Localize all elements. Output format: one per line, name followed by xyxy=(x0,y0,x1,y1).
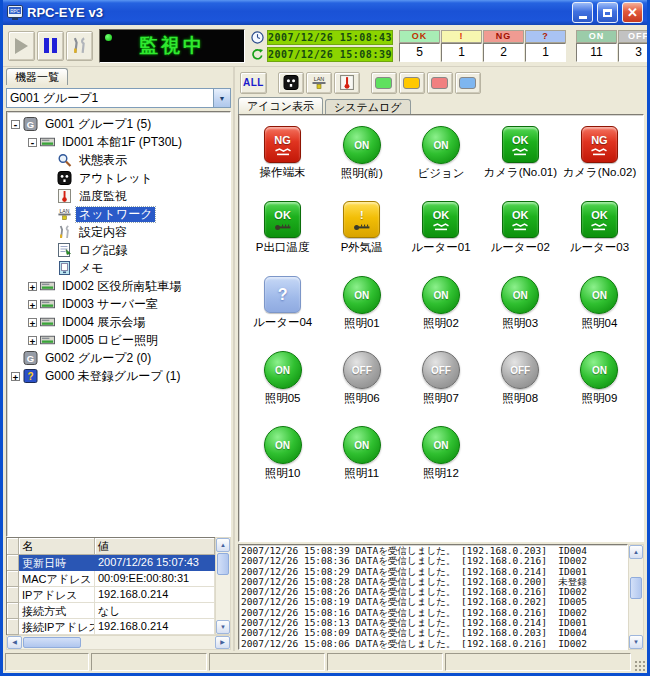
properties-hscroll[interactable]: ◀ ▶ xyxy=(6,635,231,650)
tree-item-label[interactable]: 状態表示 xyxy=(76,153,130,168)
device-status-on-icon[interactable]: ON xyxy=(580,351,618,389)
device-status-on-icon[interactable]: ON xyxy=(264,351,302,389)
scroll-thumb[interactable] xyxy=(217,553,229,575)
tree-item-label[interactable]: メモ xyxy=(76,261,107,276)
tree-item-label[interactable]: ネットワーク xyxy=(76,207,155,222)
tree-item[interactable]: +ID002 区役所南駐車場 xyxy=(8,277,230,295)
tab-system-log[interactable]: システムログ xyxy=(325,99,411,114)
device-status-warn-icon[interactable]: ! xyxy=(343,201,380,238)
tab-device-list[interactable]: 機器一覧 xyxy=(6,68,68,85)
tree-item-label[interactable]: G002 グループ2 (0) xyxy=(42,351,154,366)
tree-item[interactable]: 状態表示 xyxy=(8,151,230,169)
tree-item-label[interactable]: ID001 本館1F (PT30L) xyxy=(59,135,185,150)
expand-icon[interactable]: + xyxy=(28,318,37,327)
device-status-on-icon[interactable]: ON xyxy=(422,276,460,314)
tree-item-label[interactable]: ID003 サーバー室 xyxy=(59,297,161,312)
close-button[interactable]: ✕ xyxy=(622,2,643,23)
resize-grip[interactable] xyxy=(633,659,646,672)
device-status-on-icon[interactable]: ON xyxy=(501,276,539,314)
scroll-up-icon[interactable]: ▲ xyxy=(216,538,230,552)
expand-icon[interactable]: + xyxy=(28,300,37,309)
scroll-track[interactable] xyxy=(629,600,643,635)
scroll-track[interactable] xyxy=(82,636,215,649)
tree-item[interactable]: メモ xyxy=(8,259,230,277)
tree-item[interactable]: -GG001 グループ1 (5) xyxy=(8,115,230,133)
device-status-unknown-icon[interactable]: ? xyxy=(264,276,301,313)
scroll-right-icon[interactable]: ▶ xyxy=(215,636,230,649)
device-status-off-icon[interactable]: OFF xyxy=(501,351,539,389)
expand-icon[interactable]: + xyxy=(28,336,37,345)
settings-button[interactable] xyxy=(66,31,93,61)
collapse-icon[interactable]: - xyxy=(28,138,37,147)
device-status-ng-icon[interactable]: NG xyxy=(581,126,618,163)
tree-item[interactable]: +ID003 サーバー室 xyxy=(8,295,230,313)
column-header-value[interactable]: 値 xyxy=(95,538,215,555)
device-status-on-icon[interactable]: ON xyxy=(264,426,302,464)
tree-item-label[interactable]: 設定内容 xyxy=(76,225,130,240)
device-status-ok-icon[interactable]: OK xyxy=(264,201,301,238)
maximize-button[interactable] xyxy=(597,2,618,23)
filter-outlet-button[interactable] xyxy=(278,72,304,94)
scroll-thumb[interactable] xyxy=(630,577,642,599)
tree-item[interactable]: 温度監視 xyxy=(8,187,230,205)
scroll-track[interactable] xyxy=(216,576,230,620)
tree-item[interactable]: LANネットワーク xyxy=(8,205,230,223)
tree-item-label[interactable]: ID004 展示会場 xyxy=(59,315,148,330)
tree-item-label[interactable]: 温度監視 xyxy=(76,189,130,204)
tree-item[interactable]: -ID001 本館1F (PT30L) xyxy=(8,133,230,151)
device-status-ng-icon[interactable]: NG xyxy=(264,126,301,163)
log-vscroll[interactable]: ▲ ▼ xyxy=(628,544,644,650)
device-status-on-icon[interactable]: ON xyxy=(343,426,381,464)
filter-green-button[interactable] xyxy=(371,72,397,94)
tree-item-label[interactable]: ID002 区役所南駐車場 xyxy=(59,279,184,294)
device-status-off-icon[interactable]: OFF xyxy=(422,351,460,389)
filter-yellow-button[interactable] xyxy=(399,72,425,94)
tree-item[interactable]: アウトレット xyxy=(8,169,230,187)
property-row[interactable]: IPアドレス192.168.0.214 xyxy=(7,587,215,603)
property-row[interactable]: MACアドレス00:09:EE:00:80:31 xyxy=(7,571,215,587)
tree-item-label[interactable]: G000 未登録グループ (1) xyxy=(42,369,184,384)
filter-red-button[interactable] xyxy=(427,72,453,94)
device-status-on-icon[interactable]: ON xyxy=(422,426,460,464)
device-status-off-icon[interactable]: OFF xyxy=(343,351,381,389)
device-status-on-icon[interactable]: ON xyxy=(343,276,381,314)
column-header-name[interactable]: 名 xyxy=(19,538,95,555)
device-status-ok-icon[interactable]: OK xyxy=(581,201,618,238)
minimize-button[interactable] xyxy=(572,2,593,23)
tree-item[interactable]: GG002 グループ2 (0) xyxy=(8,349,230,367)
filter-temperature-button[interactable] xyxy=(334,72,360,94)
start-monitor-button[interactable] xyxy=(8,31,35,61)
scroll-up-icon[interactable]: ▲ xyxy=(629,545,643,559)
scroll-down-icon[interactable]: ▼ xyxy=(629,635,643,649)
tree-item-label[interactable]: G001 グループ1 (5) xyxy=(42,117,154,132)
tree-item-label[interactable]: ID005 ロビー照明 xyxy=(59,333,161,348)
scroll-left-icon[interactable]: ◀ xyxy=(7,636,22,649)
device-status-on-icon[interactable]: ON xyxy=(580,276,618,314)
group-select[interactable]: G001 グループ1 ▼ xyxy=(6,88,231,108)
tree-item-label[interactable]: アウトレット xyxy=(76,171,156,186)
expand-icon[interactable]: + xyxy=(28,282,37,291)
filter-network-button[interactable]: LAN xyxy=(306,72,332,94)
device-status-on-icon[interactable]: ON xyxy=(343,126,381,164)
tree-item[interactable]: +ID004 展示会場 xyxy=(8,313,230,331)
chevron-down-icon[interactable]: ▼ xyxy=(213,89,230,107)
device-status-ok-icon[interactable]: OK xyxy=(502,201,539,238)
scroll-thumb[interactable] xyxy=(23,637,81,648)
show-all-button[interactable]: ALL xyxy=(240,72,267,94)
tree-item[interactable]: +ID005 ロビー照明 xyxy=(8,331,230,349)
device-status-on-icon[interactable]: ON xyxy=(422,126,460,164)
filter-blue-button[interactable] xyxy=(455,72,481,94)
device-status-ok-icon[interactable]: OK xyxy=(502,126,539,163)
tree-item[interactable]: ログ記録 xyxy=(8,241,230,259)
property-row[interactable]: 接続IPアドレス192.168.0.214 xyxy=(7,619,215,635)
expand-icon[interactable]: + xyxy=(11,372,20,381)
properties-vscroll[interactable]: ▲ ▼ xyxy=(215,537,231,635)
collapse-icon[interactable]: - xyxy=(11,120,20,129)
tree-item[interactable]: 設定内容 xyxy=(8,223,230,241)
pause-monitor-button[interactable] xyxy=(37,31,64,61)
property-row[interactable]: 更新日時2007/12/26 15:07:43 xyxy=(7,555,215,571)
device-status-ok-icon[interactable]: OK xyxy=(422,201,459,238)
tree-item-label[interactable]: ログ記録 xyxy=(76,243,131,258)
property-row[interactable]: 接続方式なし xyxy=(7,603,215,619)
tree-item[interactable]: +?G000 未登録グループ (1) xyxy=(8,367,230,385)
